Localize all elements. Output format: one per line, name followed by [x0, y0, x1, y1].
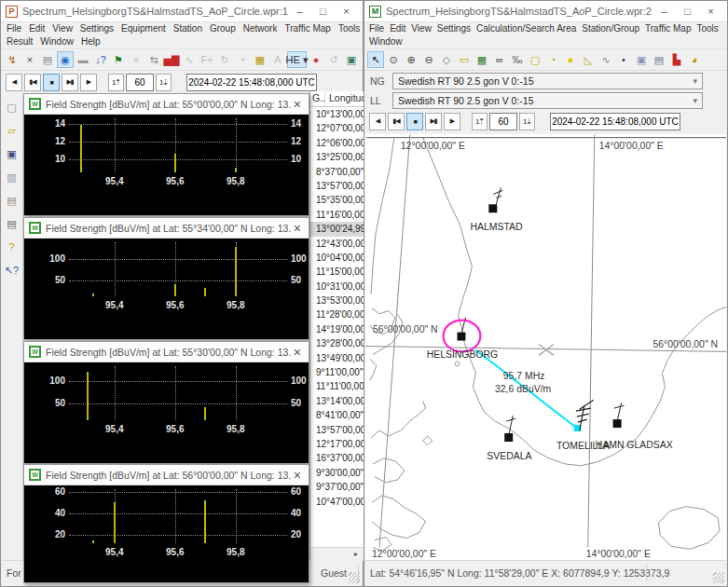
playback-last-button[interactable]: ▶▮	[425, 113, 442, 130]
longitude-row[interactable]: 9°11'00,00"	[310, 365, 364, 379]
save-icon[interactable]: ▣	[5, 147, 20, 161]
minimize-icon[interactable]: –	[288, 3, 311, 20]
chart-titlebar[interactable]: WField Strength [dBuV/m] at Lat: 55°34'0…	[24, 218, 309, 239]
point-icon[interactable]: •	[615, 51, 632, 68]
close-icon[interactable]: ×	[291, 345, 304, 360]
station-halmstad[interactable]: HALMSTAD	[470, 187, 523, 232]
group-column-header[interactable]: G...	[310, 91, 325, 106]
table-icon[interactable]: ▦	[252, 51, 268, 68]
edit-map-icon[interactable]: ▦	[474, 51, 490, 68]
playback-stop-button[interactable]: ■	[43, 74, 60, 91]
longitude-row[interactable]: 12°17'00,00	[310, 437, 364, 451]
draw-sector-icon[interactable]: ◔	[544, 51, 561, 68]
longitude-row[interactable]: 10°31'00,00	[310, 280, 364, 294]
menu-traffic-map[interactable]: Traffic Map	[281, 22, 334, 35]
left-titlebar[interactable]: P Spectrum_HelsingborgTS&HalmstadTS_AoP_…	[1, 1, 363, 22]
new-document-icon[interactable]: ▢	[5, 101, 20, 115]
longitude-row[interactable]: 13°14'00,00	[310, 394, 364, 408]
playback-prev-button[interactable]: ◀	[369, 113, 386, 130]
step-down-button[interactable]: 1⇣	[156, 74, 172, 91]
histogram-icon[interactable]: ▅▇	[163, 51, 180, 68]
menu-view[interactable]: View	[408, 22, 434, 35]
longitude-row[interactable]: 13°25'00,00	[310, 150, 364, 164]
longitude-row[interactable]: 12°06'00,00	[310, 136, 364, 150]
wave-icon[interactable]: ∿	[598, 51, 614, 68]
colors-icon[interactable]: ◕	[686, 51, 703, 68]
monitor-icon[interactable]: ◉	[57, 51, 74, 68]
longitude-row[interactable]: 13°28'00,00	[310, 336, 364, 350]
properties-icon[interactable]: ▤	[39, 51, 56, 68]
longitude-column-header[interactable]: Longitude	[325, 91, 364, 106]
zoom-out-icon[interactable]: ⊖	[420, 51, 437, 68]
delete-icon[interactable]: ×	[21, 51, 38, 68]
menu-settings[interactable]: Settings	[76, 22, 117, 35]
longitude-row[interactable]: 13°00'24,99	[310, 222, 364, 236]
longitude-row[interactable]: 9°30'00,00"	[310, 466, 364, 480]
sort-order-icon[interactable]: ↓?	[92, 51, 109, 68]
longitude-row[interactable]: 13°57'00,00	[310, 179, 364, 193]
histogram-icon[interactable]: ▙	[668, 51, 685, 68]
menu-tools[interactable]: Tools	[335, 22, 361, 35]
interval-input[interactable]	[489, 113, 517, 130]
scroll-right-icon[interactable]: ▸	[350, 549, 363, 560]
datetime-input[interactable]	[550, 113, 680, 130]
longitude-row[interactable]: 12°43'00,00	[310, 237, 364, 251]
station-svedala[interactable]: SVEDALA	[487, 416, 531, 461]
layers-icon[interactable]: ▬	[75, 51, 91, 68]
playback-prev-button[interactable]: ◀	[6, 74, 22, 91]
longitude-row[interactable]: 14°19'00,00	[310, 322, 364, 336]
menu-calculation-search-area[interactable]: Calculation/Search Area	[474, 22, 579, 35]
refresh-icon[interactable]: ↺	[325, 51, 342, 68]
menu-edit[interactable]: Edit	[387, 22, 408, 35]
menu-equipment[interactable]: Equipment	[117, 22, 170, 35]
longitude-row[interactable]: 13°57'00,00	[310, 423, 364, 437]
station-hamn-gladsax[interactable]: HAMN GLADSAX	[596, 403, 673, 450]
right-titlebar[interactable]: M Spectrum_HelsingborgTS&HalmstadTS_AoP_…	[364, 1, 727, 22]
longitude-row[interactable]: 8°41'00,00"	[310, 408, 364, 422]
longitude-row[interactable]: 10°04'00,00	[310, 251, 364, 265]
longitude-row[interactable]: 13°49'00,00	[310, 351, 364, 365]
draw-circle-icon[interactable]: ●	[562, 51, 579, 68]
menu-result[interactable]: Result	[3, 35, 36, 48]
signal-icon[interactable]: ∿	[181, 51, 198, 68]
longitude-row[interactable]: 11°16'00,00	[310, 208, 364, 222]
maximize-icon[interactable]: □	[311, 3, 335, 20]
ng-projection-select[interactable]: Swedish RT 90 2.5 gon V 0:-15 ▾	[392, 73, 703, 89]
ll-projection-select[interactable]: Swedish RT 90 2.5 gon V 0:-15 ▾	[392, 92, 703, 109]
playback-first-button[interactable]: ▮◀	[24, 74, 41, 91]
menu-window[interactable]: Window	[36, 35, 77, 48]
open-icon[interactable]: ▱	[5, 124, 20, 138]
chart-titlebar[interactable]: WField Strength [dBuV/m] at Lat: 55°30'0…	[24, 342, 309, 362]
longitude-row[interactable]: 11°28'00,00	[310, 307, 364, 321]
zoom-area-icon[interactable]: ⊙	[385, 51, 402, 68]
maximize-icon[interactable]: □	[676, 3, 699, 20]
mute-icon[interactable]: ×	[128, 51, 144, 68]
menu-station[interactable]: Station	[170, 22, 206, 35]
step-up-button[interactable]: 1⇡	[472, 113, 488, 130]
close-icon[interactable]: ×	[291, 97, 304, 112]
menu-network[interactable]: Network	[240, 22, 282, 35]
context-help-icon[interactable]: ↖?	[5, 264, 20, 278]
longitude-row[interactable]: 12°07'00,00	[310, 121, 364, 135]
print-icon[interactable]: ▤	[651, 51, 667, 68]
longitude-row[interactable]: 11°15'00,00	[310, 265, 364, 279]
select-arrow-icon[interactable]: ↖	[367, 51, 384, 68]
resize-grip[interactable]	[349, 572, 360, 583]
longitude-row[interactable]: 8°37'00,00"	[310, 165, 364, 179]
paste-icon[interactable]: ▤	[5, 194, 20, 208]
search-icon[interactable]: ∞	[491, 51, 508, 68]
chart-titlebar[interactable]: WField Strength [dBuV/m] at Lat: 55°00'0…	[24, 94, 309, 115]
copy-icon[interactable]: ▣	[633, 51, 650, 68]
playback-play-button[interactable]: ▶	[80, 74, 97, 91]
measure-icon[interactable]: ▭	[456, 51, 473, 68]
longitude-row[interactable]: 16°37'00,00	[310, 451, 364, 465]
menu-window[interactable]: Window	[366, 35, 405, 48]
longitude-panel[interactable]: G... Longitude 10°13'00,0012°07'00,0012°…	[309, 91, 364, 561]
flag-icon[interactable]: ⚑	[110, 51, 127, 68]
percent-icon[interactable]: ‰	[509, 51, 526, 68]
chart-titlebar[interactable]: WField Strength [dBuV/m] at Lat: 56°00'0…	[24, 465, 309, 485]
image-icon[interactable]: ▣	[343, 51, 360, 68]
draw-polygon-icon[interactable]: ◺	[580, 51, 597, 68]
longitude-row[interactable]: 15°35'00,00	[310, 193, 364, 207]
draw-rectangle-icon[interactable]: ▢	[527, 51, 543, 68]
